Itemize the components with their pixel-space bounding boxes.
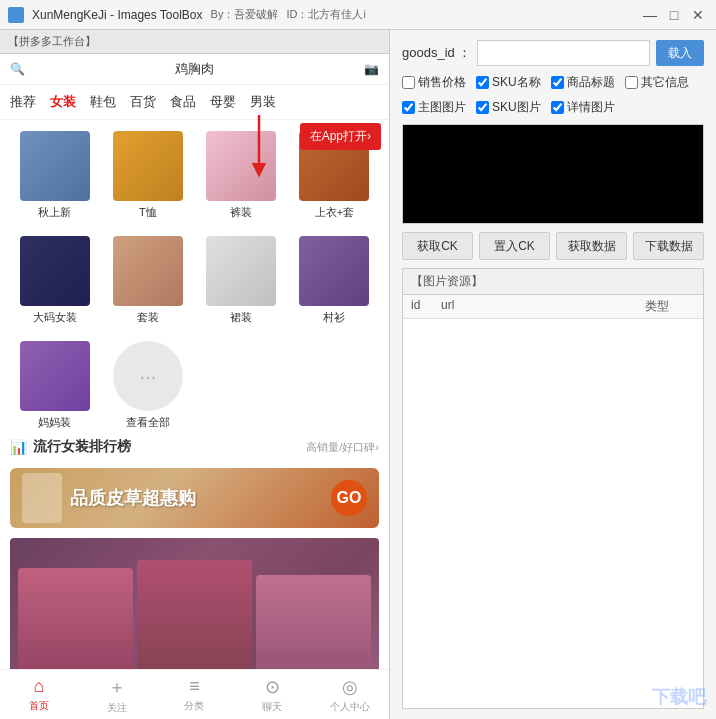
banner-go-button[interactable]: GO	[331, 480, 367, 516]
checkbox-row-2: 主图图片 SKU图片 详情图片	[402, 99, 704, 116]
nav-chat-label: 聊天	[262, 700, 282, 714]
checkbox-sku-name[interactable]: SKU名称	[476, 74, 541, 91]
main-container: 【拼多多工作台】 🔍 鸡胸肉 📷 推荐 女装 鞋包 百货 食品 母婴 男装	[0, 30, 716, 719]
popup-item-autumn[interactable]: 秋上新	[8, 123, 101, 228]
table-header-id: id	[411, 298, 441, 315]
cat-baby[interactable]: 母婴	[210, 93, 236, 111]
checkbox-sku-name-label: SKU名称	[492, 74, 541, 91]
banner-text: 品质皮草超惠购	[70, 486, 196, 510]
checkbox-sale-price-input[interactable]	[402, 76, 415, 89]
in-app-button[interactable]: 在App打开›	[300, 123, 381, 150]
popup-label-pants: 裤装	[230, 205, 252, 220]
search-text[interactable]: 鸡胸肉	[31, 60, 358, 78]
display-area	[402, 124, 704, 224]
figure-3	[256, 575, 371, 669]
nav-category-label: 分类	[184, 699, 204, 713]
close-button[interactable]: ✕	[688, 5, 708, 25]
banner-left: 品质皮草超惠购	[22, 473, 196, 523]
img-resources-table: id url 类型	[403, 295, 703, 708]
goods-id-input[interactable]	[477, 40, 650, 66]
table-header: id url 类型	[403, 295, 703, 319]
home-icon: ⌂	[33, 676, 44, 697]
checkbox-main-img[interactable]: 主图图片	[402, 99, 466, 116]
browser-content[interactable]: 🔍 鸡胸肉 📷 推荐 女装 鞋包 百货 食品 母婴 男装	[0, 54, 389, 669]
popup-item-shirt[interactable]: 村衫	[288, 228, 381, 333]
load-button[interactable]: 载入	[656, 40, 704, 66]
title-bar: XunMengKeJi - Images ToolBox By：吾爱破解 ID：…	[0, 0, 716, 30]
get-ck-button[interactable]: 获取CK	[402, 232, 473, 260]
checkbox-detail-img-label: 详情图片	[567, 99, 615, 116]
right-panel: goods_id ： 载入 销售价格 SKU名称 商品标题 其它信息	[390, 30, 716, 719]
figure-2	[137, 560, 252, 669]
popup-item-tshirt[interactable]: T恤	[101, 123, 194, 228]
banner-figure	[22, 473, 62, 523]
checkbox-detail-img-input[interactable]	[551, 101, 564, 114]
nav-profile[interactable]: ◎ 个人中心	[311, 670, 389, 719]
checkbox-product-title[interactable]: 商品标题	[551, 74, 615, 91]
search-bar: 🔍 鸡胸肉 📷	[0, 54, 389, 85]
checkbox-row-1: 销售价格 SKU名称 商品标题 其它信息	[402, 74, 704, 91]
cat-men[interactable]: 男装	[250, 93, 276, 111]
cat-women[interactable]: 女装	[50, 93, 76, 111]
popup-img-autumn	[20, 131, 90, 201]
popup-item-suit[interactable]: 套装	[101, 228, 194, 333]
get-data-button[interactable]: 获取数据	[556, 232, 627, 260]
cat-shoes[interactable]: 鞋包	[90, 93, 116, 111]
img-resources-header: 【图片资源】	[403, 269, 703, 295]
nav-home-label: 首页	[29, 699, 49, 713]
camera-icon: 📷	[364, 62, 379, 76]
nav-follow[interactable]: ＋ 关注	[78, 670, 156, 719]
nav-category[interactable]: ≡ 分类	[156, 670, 234, 719]
popup-img-all: ···	[113, 341, 183, 411]
search-icon: 🔍	[10, 62, 25, 76]
checkbox-sale-price-label: 销售价格	[418, 74, 466, 91]
checkbox-other-info[interactable]: 其它信息	[625, 74, 689, 91]
bottom-nav: ⌂ 首页 ＋ 关注 ≡ 分类 ⊙ 聊天 ◎ 个人中心	[0, 669, 389, 719]
nav-home[interactable]: ⌂ 首页	[0, 670, 78, 719]
popup-item-skirt[interactable]: 裙装	[195, 228, 288, 333]
minimize-button[interactable]: —	[640, 5, 660, 25]
app-icon	[8, 7, 24, 23]
banner[interactable]: 品质皮草超惠购 GO	[10, 468, 379, 528]
maximize-button[interactable]: □	[664, 5, 684, 25]
popup-label-skirt: 裙装	[230, 310, 252, 325]
category-nav: 推荐 女装 鞋包 百货 食品 母婴 男装	[0, 85, 389, 120]
checkbox-sku-name-input[interactable]	[476, 76, 489, 89]
chat-icon: ⊙	[265, 676, 280, 698]
checkbox-detail-img[interactable]: 详情图片	[551, 99, 615, 116]
popup-label-shirt: 村衫	[323, 310, 345, 325]
set-ck-button[interactable]: 置入CK	[479, 232, 550, 260]
popup-overlay: 在App打开› 秋上新 T恤	[0, 115, 389, 119]
checkbox-sku-img[interactable]: SKU图片	[476, 99, 541, 116]
left-panel: 【拼多多工作台】 🔍 鸡胸肉 📷 推荐 女装 鞋包 百货 食品 母婴 男装	[0, 30, 390, 719]
title-bar-left: XunMengKeJi - Images ToolBox By：吾爱破解 ID：…	[8, 7, 366, 23]
checkbox-sale-price[interactable]: 销售价格	[402, 74, 466, 91]
popup-item-mom[interactable]: 妈妈装	[8, 333, 101, 438]
category-icon: ≡	[189, 676, 200, 697]
popup-img-plus	[20, 236, 90, 306]
download-data-button[interactable]: 下载数据	[633, 232, 704, 260]
product-main-image: 妈妈运动套装女...	[10, 538, 379, 669]
popup-item-plus[interactable]: 大码女装	[8, 228, 101, 333]
goods-id-label: goods_id ：	[402, 44, 471, 62]
checkbox-main-img-input[interactable]	[402, 101, 415, 114]
checkbox-sku-img-input[interactable]	[476, 101, 489, 114]
arrow-indicator	[249, 110, 309, 193]
checkbox-product-title-input[interactable]	[551, 76, 564, 89]
follow-icon: ＋	[108, 675, 126, 699]
popup-item-all[interactable]: ··· 查看全部	[101, 333, 194, 438]
figure-1	[18, 568, 133, 669]
title-by: By：吾爱破解	[211, 7, 279, 22]
popup-label-autumn: 秋上新	[38, 205, 71, 220]
checkbox-other-info-input[interactable]	[625, 76, 638, 89]
cat-general[interactable]: 百货	[130, 93, 156, 111]
popup-label-top: 上衣+套	[315, 205, 354, 220]
cat-recommend[interactable]: 推荐	[10, 93, 36, 111]
cat-food[interactable]: 食品	[170, 93, 196, 111]
popup-label-all: 查看全部	[126, 415, 170, 430]
popup-grid: 秋上新 T恤 裤装 上衣+套	[0, 115, 389, 446]
popup-img-skirt	[206, 236, 276, 306]
nav-chat[interactable]: ⊙ 聊天	[233, 670, 311, 719]
checkbox-main-img-label: 主图图片	[418, 99, 466, 116]
title-id: ID：北方有佳人i	[286, 7, 365, 22]
